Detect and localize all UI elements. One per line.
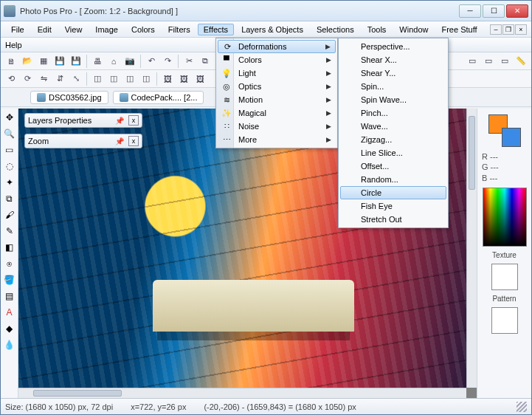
image3-icon[interactable]: 🖼: [193, 72, 207, 86]
menu-edit[interactable]: Edit: [32, 24, 58, 35]
deform-item-spin-[interactable]: Spin...: [340, 80, 446, 93]
text-icon[interactable]: A: [2, 305, 17, 320]
menu-filters[interactable]: Filters: [162, 24, 196, 35]
menu-layers[interactable]: Layers & Objects: [235, 24, 309, 35]
deform-item-random-[interactable]: Random...: [340, 173, 446, 186]
color-spectrum[interactable]: [483, 188, 527, 247]
flip-h-icon[interactable]: ⇋: [36, 72, 51, 86]
v-scrollbar[interactable]: [466, 109, 477, 388]
deform-item-offset-[interactable]: Offset...: [340, 160, 446, 173]
h-scrollbar[interactable]: [18, 388, 466, 398]
deform-item-zigzag-[interactable]: Zigzag...: [340, 133, 446, 146]
effects-item-motion[interactable]: ≋Motion▶: [218, 93, 336, 106]
zoom-tool-icon[interactable]: 🔍: [2, 126, 17, 141]
shape-icon[interactable]: ◆: [2, 321, 17, 336]
menu-tools[interactable]: Tools: [362, 24, 393, 35]
tab-1[interactable]: DSC03562.jpg: [30, 91, 108, 104]
menu-selections[interactable]: Selections: [311, 24, 360, 35]
tab-2[interactable]: CodecPack.... [2...: [113, 91, 204, 104]
redo-icon[interactable]: ↷: [160, 54, 175, 69]
eyedrop-icon[interactable]: 💧: [2, 337, 17, 352]
ruler-icon[interactable]: 📏: [514, 54, 528, 69]
mdi-restore-button[interactable]: ❐: [502, 24, 514, 35]
scanner-icon[interactable]: ⌂: [106, 54, 121, 69]
close-button[interactable]: ✕: [506, 4, 528, 18]
eraser-icon[interactable]: ◧: [2, 240, 17, 255]
pattern-swatch[interactable]: [491, 307, 518, 334]
deform-item-spin-wave-[interactable]: Spin Wave...: [340, 93, 446, 106]
effects-item-more[interactable]: ⋯More▶: [218, 133, 336, 146]
deform-item-wave-[interactable]: Wave...: [340, 120, 446, 133]
effects-item-colors[interactable]: ▀Colors▶: [218, 53, 336, 66]
image2-icon[interactable]: 🖼: [176, 72, 191, 86]
lasso-icon[interactable]: ◌: [2, 159, 17, 174]
layers-panel[interactable]: Layers Properties 📌 x: [24, 113, 142, 128]
background-color[interactable]: [502, 128, 521, 147]
fill-icon[interactable]: 🪣: [2, 272, 17, 287]
clone-icon[interactable]: ⍟: [2, 256, 17, 271]
rotate-left-icon[interactable]: ⟲: [4, 72, 18, 86]
panel3-icon[interactable]: ▭: [497, 54, 512, 69]
maximize-button[interactable]: ☐: [483, 4, 505, 18]
crop-icon[interactable]: ⧉: [2, 191, 17, 206]
resize-icon[interactable]: ⤡: [69, 72, 83, 86]
effects-item-deformations[interactable]: ⟳Deformations▶: [218, 40, 336, 53]
scroll-thumb[interactable]: [33, 390, 122, 397]
minimize-button[interactable]: ─: [459, 4, 481, 18]
texture-swatch[interactable]: [491, 264, 518, 290]
deform-item-pinch-[interactable]: Pinch...: [340, 106, 446, 120]
gradient-icon[interactable]: ▤: [2, 289, 17, 303]
deform-item-fish-eye[interactable]: Fish Eye: [340, 199, 446, 213]
panel2-icon[interactable]: ▭: [481, 54, 496, 69]
copy-icon[interactable]: ⧉: [198, 54, 213, 69]
deform-item-circle[interactable]: Circle: [340, 186, 446, 199]
panel-close-icon[interactable]: x: [128, 136, 139, 146]
brush-icon[interactable]: 🖌: [2, 208, 17, 222]
layer-dup-icon[interactable]: ◫: [106, 72, 121, 86]
pin-icon[interactable]: 📌: [115, 137, 124, 145]
deform-item-shear-x-[interactable]: Shear X...: [340, 53, 446, 66]
zoom-panel[interactable]: Zoom 📌 x: [24, 134, 142, 148]
print-icon[interactable]: 🖶: [90, 54, 105, 69]
undo-icon[interactable]: ↶: [144, 54, 159, 69]
effects-item-optics[interactable]: ◎Optics▶: [218, 80, 336, 93]
deform-item-shear-y-[interactable]: Shear Y...: [340, 66, 446, 80]
menu-view[interactable]: View: [59, 24, 89, 35]
menu-colors[interactable]: Colors: [125, 24, 161, 35]
menu-file[interactable]: File: [5, 24, 30, 35]
deform-item-line-slice-[interactable]: Line Slice...: [340, 146, 446, 160]
menu-help[interactable]: Help: [5, 41, 22, 49]
menu-window[interactable]: Window: [393, 24, 434, 35]
effects-item-light[interactable]: 💡Light▶: [218, 66, 336, 80]
layer-opt-icon[interactable]: ◫: [122, 72, 137, 86]
panel-close-icon[interactable]: x: [128, 115, 139, 126]
save-icon[interactable]: 💾: [52, 54, 67, 69]
deform-item-stretch-out[interactable]: Stretch Out: [340, 213, 446, 226]
camera-icon[interactable]: 📷: [122, 54, 137, 69]
image1-icon[interactable]: 🖼: [160, 72, 175, 86]
saveas-icon[interactable]: 💾: [69, 54, 83, 69]
rect-select-icon[interactable]: ▭: [2, 143, 17, 157]
menu-effects[interactable]: Effects: [198, 24, 234, 35]
pencil-icon[interactable]: ✎: [2, 224, 17, 239]
layer-add-icon[interactable]: ◫: [90, 72, 105, 86]
pin-icon[interactable]: 📌: [115, 117, 124, 125]
resize-grip-icon[interactable]: [517, 402, 527, 412]
effects-item-noise[interactable]: ∷Noise▶: [218, 120, 336, 133]
flip-v-icon[interactable]: ⇵: [52, 72, 67, 86]
color-swatches[interactable]: [488, 114, 521, 147]
grid-icon[interactable]: ▦: [36, 54, 51, 69]
menu-free[interactable]: Free Stuff: [435, 24, 483, 35]
mdi-close-button[interactable]: ×: [515, 24, 527, 35]
wand-icon[interactable]: ✦: [2, 175, 17, 190]
open-icon[interactable]: 📂: [20, 54, 35, 69]
deform-item-perspective-[interactable]: Perspective...: [340, 40, 446, 53]
scroll-thumb[interactable]: [469, 116, 475, 190]
rotate-right-icon[interactable]: ⟳: [20, 72, 35, 86]
menu-image[interactable]: Image: [89, 24, 124, 35]
mdi-minimize-button[interactable]: –: [490, 24, 502, 35]
cut-icon[interactable]: ✂: [182, 54, 196, 69]
panel1-icon[interactable]: ▭: [465, 54, 480, 69]
move-tool-icon[interactable]: ✥: [2, 110, 17, 125]
layer-merge-icon[interactable]: ◫: [139, 72, 153, 86]
